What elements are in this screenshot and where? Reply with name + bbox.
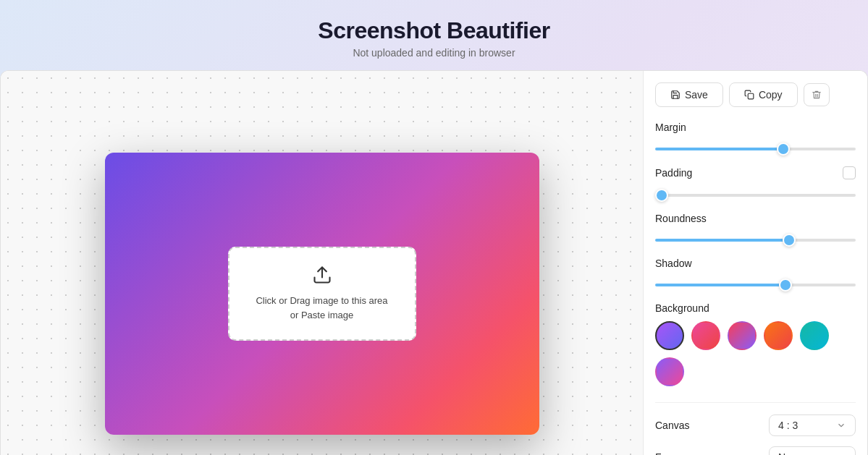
svg-rect-1 [748, 93, 754, 99]
canvas-area: Click or Drag image to this area or Past… [1, 71, 643, 455]
page-subtitle: Not uploaded and editing in browser [318, 47, 549, 59]
save-button[interactable]: Save [655, 82, 723, 107]
background-label: Background [655, 302, 856, 314]
canvas-label: Canvas [655, 420, 689, 431]
copy-button[interactable]: Copy [729, 82, 798, 107]
divider-1 [655, 402, 856, 403]
swatch-row [655, 321, 856, 386]
background-control: Background [655, 302, 856, 386]
margin-slider[interactable] [655, 148, 856, 150]
upload-text: Click or Drag image to this area or Past… [256, 294, 387, 322]
frame-label: Frame [655, 451, 684, 455]
padding-control: Padding [655, 166, 856, 200]
header: Screenshot Beautifier Not uploaded and e… [318, 0, 549, 70]
roundness-slider-container [655, 231, 856, 244]
swatch-violet-pink[interactable] [655, 357, 684, 386]
padding-slider[interactable] [655, 194, 856, 197]
shadow-control: Shadow [655, 258, 856, 289]
swatch-teal-cyan[interactable] [800, 321, 829, 350]
chevron-down-icon [836, 420, 846, 430]
swatch-rose-violet[interactable] [728, 321, 757, 350]
swatch-purple-indigo[interactable] [655, 321, 684, 350]
save-icon [670, 90, 681, 100]
padding-slider-container [655, 187, 856, 200]
shadow-slider-container [655, 276, 856, 289]
delete-button[interactable] [804, 83, 830, 106]
roundness-label: Roundness [655, 213, 856, 224]
main-container: Click or Drag image to this area or Past… [0, 70, 868, 455]
copy-icon [744, 90, 754, 100]
swatch-pink-red[interactable] [691, 321, 720, 350]
canvas-row: Canvas 4 : 3 [655, 414, 856, 436]
page-title: Screenshot Beautifier [318, 17, 549, 44]
roundness-control: Roundness [655, 213, 856, 244]
toolbar: Save Copy [655, 82, 856, 107]
trash-icon [812, 90, 822, 100]
upload-dropzone[interactable]: Click or Drag image to this area or Past… [228, 247, 416, 341]
margin-label: Margin [655, 122, 856, 133]
shadow-slider[interactable] [655, 284, 856, 286]
preview-card: Click or Drag image to this area or Past… [105, 153, 539, 435]
roundness-slider[interactable] [655, 239, 856, 242]
padding-label: Padding [655, 166, 856, 179]
chevron-down-icon [836, 452, 846, 455]
swatch-orange-red[interactable] [764, 321, 793, 350]
padding-checkbox[interactable] [843, 166, 856, 179]
margin-control: Margin [655, 122, 856, 153]
shadow-label: Shadow [655, 258, 856, 269]
frame-select[interactable]: None [769, 446, 856, 455]
upload-icon [312, 265, 332, 288]
margin-slider-container [655, 140, 856, 153]
frame-row: Frame None [655, 446, 856, 455]
sidebar: Save Copy Margin [643, 71, 867, 455]
canvas-select[interactable]: 4 : 3 [769, 414, 856, 436]
